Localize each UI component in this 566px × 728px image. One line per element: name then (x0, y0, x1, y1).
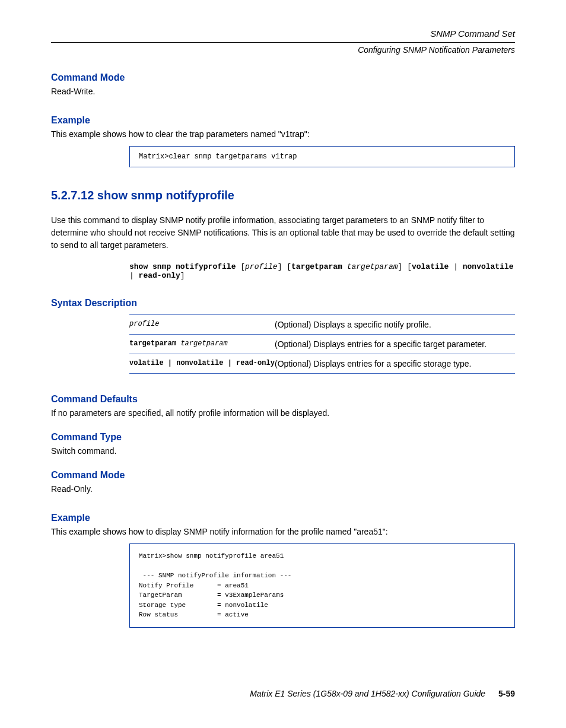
section-intro: Use this command to display SNMP notify … (51, 214, 515, 252)
command-type-body: Switch command. (51, 446, 515, 456)
page-number: 5-59 (498, 689, 515, 698)
header-rule (51, 42, 515, 43)
command-mode-heading-2: Command Mode (51, 470, 515, 481)
param-desc: (Optional) Displays entries for a specif… (275, 354, 515, 374)
syntax-command: show snmp notifyprofile [profile] [targe… (129, 262, 515, 280)
section-number-heading: 5.2.7.12 show snmp notifyprofile (51, 189, 515, 202)
example-code-box: Matrix>clear snmp targetparams v1trap (129, 146, 515, 167)
footer-text: Matrix E1 Series (1G58x-09 and 1H582-xx)… (250, 689, 485, 698)
example-body: This example shows how to clear the trap… (51, 129, 515, 139)
param-desc: (Optional) Displays a specific notify pr… (275, 315, 515, 335)
page-header: SNMP Command Set (51, 28, 515, 39)
example-code-box-2: Matrix>show snmp notifyprofile area51 --… (129, 543, 515, 628)
syntax-description-heading: Syntax Description (51, 298, 515, 309)
table-row: targetparam targetparam (Optional) Displ… (129, 335, 515, 354)
header-title: SNMP Command Set (430, 28, 515, 39)
syntax-table: profile (Optional) Displays a specific n… (129, 314, 515, 374)
param-name: profile (129, 320, 159, 328)
example-body-2: This example shows how to display SNMP n… (51, 527, 515, 536)
param-name: targetparam targetparam (129, 335, 275, 354)
example-heading-2: Example (51, 513, 515, 523)
command-type-heading: Command Type (51, 432, 515, 443)
param-name: volatile | nonvolatile | read-only (129, 354, 275, 374)
command-defaults-body: If no parameters are specified, all noti… (51, 408, 515, 418)
param-desc: (Optional) Displays entries for a specif… (275, 335, 515, 354)
command-mode-body: Read-Write. (51, 87, 515, 96)
example-heading: Example (51, 115, 515, 126)
command-defaults-heading: Command Defaults (51, 394, 515, 405)
command-mode-heading: Command Mode (51, 72, 515, 83)
table-row: profile (Optional) Displays a specific n… (129, 315, 515, 335)
table-row: volatile | nonvolatile | read-only (Opti… (129, 354, 515, 374)
command-mode-body-2: Read-Only. (51, 484, 515, 494)
header-subtitle: Configuring SNMP Notification Parameters (51, 45, 515, 55)
page-footer: Matrix E1 Series (1G58x-09 and 1H582-xx)… (250, 689, 515, 698)
